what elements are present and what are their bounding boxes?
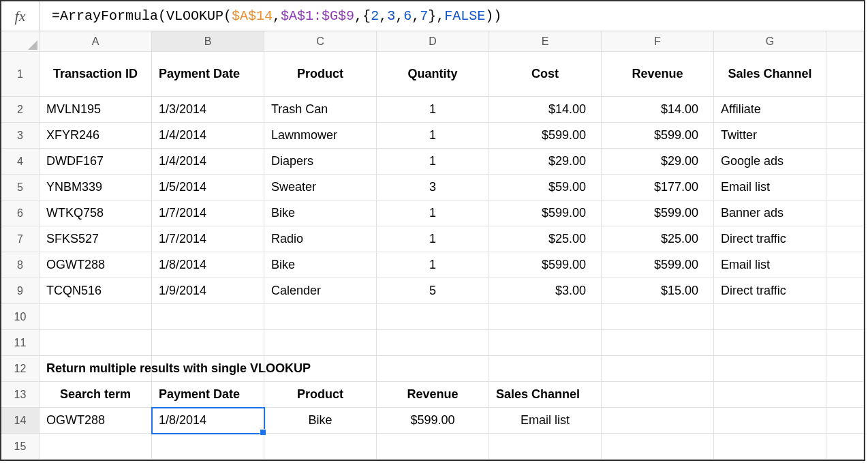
cell-E11[interactable] [489, 330, 602, 356]
cell-H1[interactable] [826, 52, 864, 97]
cell-F15[interactable] [602, 434, 714, 460]
col-header-D[interactable]: D [377, 31, 489, 52]
cell-G4[interactable]: Google ads [714, 149, 826, 175]
cell-A14[interactable]: OGWT288 [40, 408, 152, 434]
row-header-5[interactable]: 5 [1, 175, 40, 200]
cell-B11[interactable] [152, 330, 264, 356]
cell-E6[interactable]: $599.00 [489, 200, 602, 226]
cell-H15[interactable] [826, 434, 864, 460]
cell-G6[interactable]: Banner ads [714, 200, 826, 226]
cell-E3[interactable]: $599.00 [489, 123, 602, 149]
cell-H2[interactable] [826, 97, 864, 123]
cell-D5[interactable]: 3 [377, 175, 489, 200]
cell-C15[interactable] [264, 434, 377, 460]
cell-A3[interactable]: XFYR246 [40, 123, 152, 149]
cell-G7[interactable]: Direct traffic [714, 226, 826, 252]
cell-D15[interactable] [377, 434, 489, 460]
row-header-3[interactable]: 3 [1, 123, 40, 149]
cell-F4[interactable]: $29.00 [602, 149, 714, 175]
cell-C8[interactable]: Bike [264, 252, 377, 278]
cell-C13[interactable]: Product [264, 382, 377, 408]
cell-B12[interactable] [152, 356, 264, 382]
cell-B14-active[interactable]: 1/8/2014 [152, 408, 264, 434]
cell-H8[interactable] [826, 252, 864, 278]
cell-A10[interactable] [40, 304, 152, 330]
cell-A13[interactable]: Search term [40, 382, 152, 408]
cell-A12[interactable]: Return multiple results with single VLOO… [40, 356, 152, 382]
cell-F9[interactable]: $15.00 [602, 278, 714, 304]
cell-F7[interactable]: $25.00 [602, 226, 714, 252]
cell-D9[interactable]: 5 [377, 278, 489, 304]
cell-E10[interactable] [489, 304, 602, 330]
cell-G10[interactable] [714, 304, 826, 330]
cell-A4[interactable]: DWDF167 [40, 149, 152, 175]
row-header-12[interactable]: 12 [1, 356, 40, 382]
cell-G1[interactable]: Sales Channel [714, 52, 826, 97]
cell-A6[interactable]: WTKQ758 [40, 200, 152, 226]
cell-G2[interactable]: Affiliate [714, 97, 826, 123]
cell-E9[interactable]: $3.00 [489, 278, 602, 304]
cell-F11[interactable] [602, 330, 714, 356]
cell-F14[interactable] [602, 408, 714, 434]
cell-H10[interactable] [826, 304, 864, 330]
cell-B5[interactable]: 1/5/2014 [152, 175, 264, 200]
cell-C12[interactable] [264, 356, 377, 382]
row-header-13[interactable]: 13 [1, 382, 40, 408]
cell-D4[interactable]: 1 [377, 149, 489, 175]
cell-A7[interactable]: SFKS527 [40, 226, 152, 252]
cell-C3[interactable]: Lawnmower [264, 123, 377, 149]
cell-H5[interactable] [826, 175, 864, 200]
cell-E1[interactable]: Cost [489, 52, 602, 97]
cell-F1[interactable]: Revenue [602, 52, 714, 97]
cell-B4[interactable]: 1/4/2014 [152, 149, 264, 175]
cell-D12[interactable] [377, 356, 489, 382]
cell-D13[interactable]: Revenue [377, 382, 489, 408]
cell-H6[interactable] [826, 200, 864, 226]
formula-input[interactable]: =ArrayFormula(VLOOKUP($A$14,$A$1:$G$9,{2… [40, 8, 864, 24]
fx-icon[interactable]: fx [1, 1, 40, 31]
cell-C10[interactable] [264, 304, 377, 330]
cell-G9[interactable]: Direct traffic [714, 278, 826, 304]
cell-E4[interactable]: $29.00 [489, 149, 602, 175]
col-header-C[interactable]: C [264, 31, 377, 52]
cell-H11[interactable] [826, 330, 864, 356]
cell-E12[interactable] [489, 356, 602, 382]
cell-F13[interactable] [602, 382, 714, 408]
row-header-15[interactable]: 15 [1, 434, 40, 460]
cell-E14[interactable]: Email list [489, 408, 602, 434]
cell-B6[interactable]: 1/7/2014 [152, 200, 264, 226]
cell-H14[interactable] [826, 408, 864, 434]
cell-D10[interactable] [377, 304, 489, 330]
cell-B7[interactable]: 1/7/2014 [152, 226, 264, 252]
row-header-4[interactable]: 4 [1, 149, 40, 175]
cell-E2[interactable]: $14.00 [489, 97, 602, 123]
row-header-11[interactable]: 11 [1, 330, 40, 356]
cell-C7[interactable]: Radio [264, 226, 377, 252]
cell-G8[interactable]: Email list [714, 252, 826, 278]
cell-B3[interactable]: 1/4/2014 [152, 123, 264, 149]
row-header-10[interactable]: 10 [1, 304, 40, 330]
cell-D3[interactable]: 1 [377, 123, 489, 149]
cell-D1[interactable]: Quantity [377, 52, 489, 97]
cell-G3[interactable]: Twitter [714, 123, 826, 149]
cell-B1[interactable]: Payment Date [152, 52, 264, 97]
cell-D14[interactable]: $599.00 [377, 408, 489, 434]
cell-E8[interactable]: $599.00 [489, 252, 602, 278]
col-header-F[interactable]: F [602, 31, 714, 52]
cell-A8[interactable]: OGWT288 [40, 252, 152, 278]
cell-F6[interactable]: $599.00 [602, 200, 714, 226]
cell-D8[interactable]: 1 [377, 252, 489, 278]
cell-E15[interactable] [489, 434, 602, 460]
cell-D7[interactable]: 1 [377, 226, 489, 252]
cell-H4[interactable] [826, 149, 864, 175]
cell-F8[interactable]: $599.00 [602, 252, 714, 278]
cell-H7[interactable] [826, 226, 864, 252]
cell-G15[interactable] [714, 434, 826, 460]
col-header-A[interactable]: A [40, 31, 152, 52]
cell-C1[interactable]: Product [264, 52, 377, 97]
cell-H9[interactable] [826, 278, 864, 304]
row-header-8[interactable]: 8 [1, 252, 40, 278]
cell-H3[interactable] [826, 123, 864, 149]
row-header-14[interactable]: 14 [1, 408, 40, 434]
cell-G12[interactable] [714, 356, 826, 382]
